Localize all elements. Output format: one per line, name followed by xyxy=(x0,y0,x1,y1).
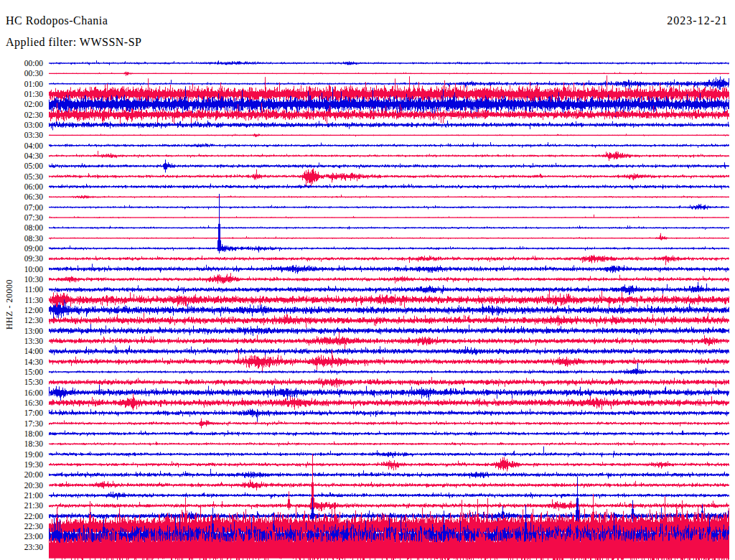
helicorder-traces xyxy=(0,0,735,560)
